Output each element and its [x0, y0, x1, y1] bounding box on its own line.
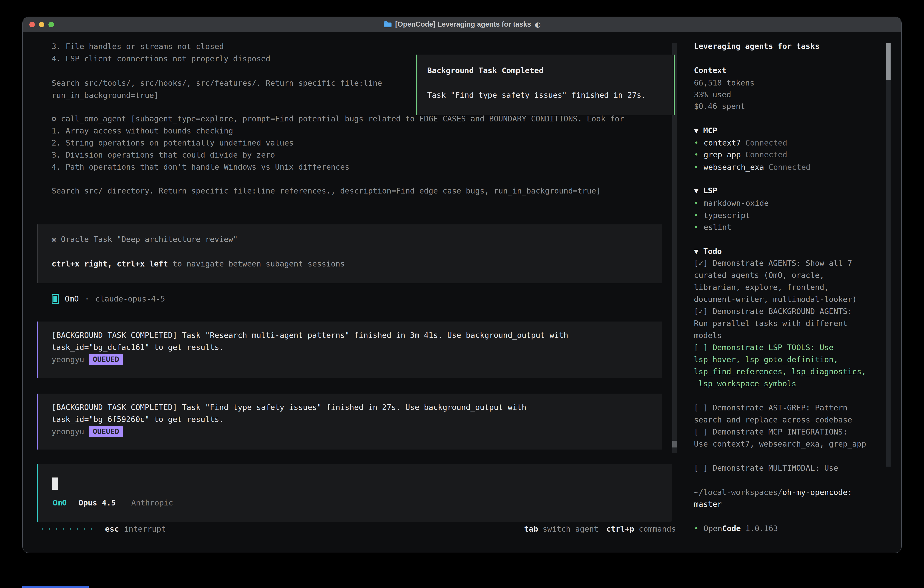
app-name-prefix: Open: [703, 524, 722, 533]
todo-line: models: [694, 329, 889, 342]
sidebar: Leveraging agents for tasks Context 66,5…: [694, 17, 885, 553]
log-line: run_in_background=true]: [52, 89, 382, 101]
mcp-name: websearch_exa: [703, 163, 764, 172]
lsp-section-toggle[interactable]: ▼ LSP: [694, 185, 717, 197]
main-scrollbar-thumb[interactable]: [672, 441, 677, 448]
todo-line: search and replace across codebase: [694, 414, 889, 426]
author-name: yeongyu: [52, 355, 84, 364]
tool-call-block: ⚙ call_omo_agent [subagent_type=explore,…: [52, 113, 624, 173]
lsp-name: markdown-oxide: [703, 198, 769, 208]
traffic-lights: [29, 17, 54, 32]
agent-name: OmO: [65, 294, 79, 303]
hint-text: to navigate between subagent sessions: [168, 259, 345, 268]
tool-call-footer: Search src/ directory. Return specific f…: [52, 185, 601, 197]
workspace-path: ~/local-workspaces/oh-my-opencode:: [694, 486, 852, 498]
context-spent: $0.46 spent: [694, 100, 745, 112]
navigation-hint: ctrl+x right, ctrl+x left to navigate be…: [52, 258, 662, 270]
status-badge: QUEUED: [89, 354, 123, 365]
todo-line: [ ] Demonstrate AST-GREP: Pattern: [694, 402, 889, 414]
esc-key-hint: esc: [105, 523, 119, 535]
lsp-item: •markdown-oxide: [694, 197, 769, 209]
context-used: 33% used: [694, 89, 731, 101]
background-task-notification[interactable]: Background Task Completed Task "Find typ…: [416, 55, 675, 115]
prompt-input[interactable]: OmO Opus 4.5 Anthropic: [37, 464, 672, 522]
sidebar-scrollbar-thumb[interactable]: [886, 43, 891, 80]
todo-line: [ ] Demonstrate MCP INTEGRATIONS:: [694, 426, 889, 438]
tool-call-item: 2. String operations on potentially unde…: [52, 137, 624, 149]
tool-call-item: 1. Array access without bounds checking: [52, 125, 624, 137]
todo-item-active: [ ] Demonstrate LSP TOOLS: Use lsp_hover…: [694, 342, 889, 390]
model-provider: Anthropic: [131, 498, 173, 507]
workspace-path-prefix: ~/local-workspaces/: [694, 488, 782, 497]
todo-line: Run parallel tasks with different: [694, 317, 889, 329]
task-message: [BACKGROUND TASK COMPLETED] Task "Resear…: [37, 322, 662, 378]
mcp-section-toggle[interactable]: ▼ MCP: [694, 125, 717, 136]
esc-key-label: interrupt: [124, 523, 166, 535]
task-message-line: task_id="bg_6f59260c" to get results.: [52, 413, 662, 425]
status-dot-icon: •: [694, 211, 698, 220]
todo-line: [ ] Demonstrate LSP TOOLS: Use: [694, 342, 889, 353]
log-line: Search src/tools/, src/hooks/, src/featu…: [52, 77, 382, 89]
lsp-item: •typescript: [694, 210, 750, 221]
status-dot-icon: •: [694, 524, 698, 533]
notification-body: Task "Find type safety issues" finished …: [427, 89, 665, 101]
session-title: Leveraging agents for tasks: [694, 40, 820, 52]
todo-list: [✓] Demonstrate AGENTS: Show all 7 curat…: [694, 257, 889, 474]
tool-call-item: 4. Path operations that don't handle Win…: [52, 161, 624, 173]
todo-item-done: [✓] Demonstrate BACKGROUND AGENTS: Run p…: [694, 306, 889, 342]
todo-line: [✓] Demonstrate BACKGROUND AGENTS:: [694, 306, 889, 317]
folder-icon: [383, 21, 391, 28]
agent-model: claude-opus-4-5: [95, 294, 165, 303]
task-message-line: [BACKGROUND TASK COMPLETED] Task "Find t…: [52, 401, 662, 413]
task-message: [BACKGROUND TASK COMPLETED] Task "Find t…: [37, 393, 662, 449]
author-name: yeongyu: [52, 427, 84, 436]
tool-call-header-text: call_omo_agent [subagent_type=explore, p…: [61, 114, 624, 123]
todo-line: librarian, explore, frontend,: [694, 281, 889, 293]
todo-item-pending: [ ] Demonstrate AST-GREP: Pattern search…: [694, 402, 889, 426]
todo-line: [ ] Demonstrate MULTIMODAL: Use: [694, 462, 889, 474]
ctrlp-key: ctrl+p: [606, 523, 634, 535]
window-title: [OpenCode] Leveraging agents for tasks: [395, 20, 531, 28]
scrollback-lines-a: 3. File handles or streams not closed 4.…: [52, 40, 271, 65]
todo-line: lsp_workspace_symbols: [694, 378, 889, 390]
tab-key: tab: [524, 523, 538, 535]
scrollback-lines-b: Search src/tools/, src/hooks/, src/featu…: [52, 77, 382, 101]
session-progress-icon: ◐: [535, 20, 541, 28]
text-cursor: [52, 477, 58, 490]
active-model: Opus 4.5: [78, 498, 116, 507]
minimize-button[interactable]: [39, 22, 45, 27]
status-badge: QUEUED: [89, 426, 123, 437]
window-title-group: [OpenCode] Leveraging agents for tasks ◐: [383, 20, 541, 28]
close-button[interactable]: [29, 22, 35, 27]
task-message-line: [BACKGROUND TASK COMPLETED] Task "Resear…: [52, 329, 662, 341]
todo-line: lsp_hover, lsp_goto_definition,: [694, 353, 889, 366]
status-dot-icon: •: [694, 150, 698, 159]
active-agent: OmO: [53, 498, 67, 507]
todo-line: document-writer, multimodal-looker): [694, 293, 889, 306]
tab-label: switch agent: [543, 523, 599, 535]
tool-call-footer-text: Search src/ directory. Return specific f…: [52, 185, 601, 197]
status-dot-icon: •: [694, 198, 698, 208]
desktop-artifact: [22, 586, 89, 588]
todo-line: lsp_find_references, lsp_diagnostics,: [694, 366, 889, 378]
oracle-task-title-line: ◉ Oracle Task "Deep architecture review": [52, 233, 662, 245]
spinner-dots: ········: [40, 523, 96, 535]
log-line: 4. LSP client connections not properly d…: [52, 53, 271, 65]
lsp-item: •eslint: [694, 221, 731, 233]
mcp-item: •context7Connected: [694, 137, 787, 149]
agent-checkbox-icon: [52, 294, 59, 304]
status-bar-right: tab switch agent ctrl+p commands: [524, 523, 676, 535]
maximize-button[interactable]: [48, 22, 54, 27]
task-message-meta: yeongyu QUEUED: [52, 353, 662, 365]
tab-hint: tab switch agent: [524, 523, 599, 535]
status-bar: ········ esc interrupt tab switch agent …: [40, 523, 676, 535]
separator-dot: ·: [84, 294, 89, 303]
opencode-window: [OpenCode] Leveraging agents for tasks ◐…: [22, 17, 902, 553]
todo-section-toggle[interactable]: ▼ Todo: [694, 245, 722, 257]
agent-header: OmO · claude-opus-4-5: [52, 294, 165, 304]
mcp-name: context7: [703, 138, 741, 147]
gear-icon: ⚙: [52, 114, 61, 123]
context-heading: Context: [694, 64, 726, 76]
status-dot-icon: •: [694, 138, 698, 147]
log-line: 3. File handles or streams not closed: [52, 40, 271, 53]
